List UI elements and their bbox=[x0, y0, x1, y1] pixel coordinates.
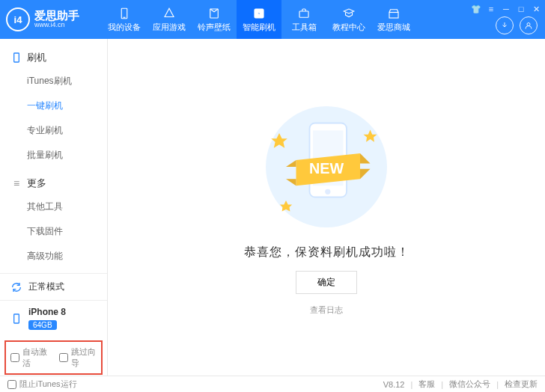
svg-point-6 bbox=[527, 23, 530, 26]
minimize-icon[interactable]: ─ bbox=[500, 3, 512, 15]
skip-wizard-checkbox[interactable]: 跳过向导 bbox=[59, 346, 97, 369]
tab-ringtone[interactable]: 铃声壁纸 bbox=[192, 0, 237, 39]
success-message: 恭喜您，保资料刷机成功啦！ bbox=[244, 245, 409, 260]
refresh-icon bbox=[10, 281, 22, 293]
tutorial-icon bbox=[342, 7, 356, 20]
tab-tutorial[interactable]: 教程中心 bbox=[326, 0, 371, 39]
side-head-more[interactable]: ≡ 更多 bbox=[0, 172, 107, 195]
side-item-other-tools[interactable]: 其他工具 bbox=[0, 195, 107, 219]
confirm-button[interactable]: 确定 bbox=[296, 271, 357, 294]
svg-rect-7 bbox=[14, 53, 19, 62]
app-header: i4 爱思助手 www.i4.cn 我的设备 应用游戏 铃声壁纸 智能刷机 工具… bbox=[0, 0, 545, 39]
device-name: iPhone 8 bbox=[28, 307, 66, 317]
tab-smart-flash[interactable]: 智能刷机 bbox=[237, 0, 281, 39]
logo-icon: i4 bbox=[6, 7, 30, 31]
brand-text: 爱思助手 www.i4.cn bbox=[34, 10, 79, 29]
tab-my-device[interactable]: 我的设备 bbox=[102, 0, 147, 39]
tab-apps[interactable]: 应用游戏 bbox=[147, 0, 192, 39]
tab-toolbox[interactable]: 工具箱 bbox=[281, 0, 326, 39]
sidebar: 刷机 iTunes刷机 一键刷机 专业刷机 批量刷机 ≡ 更多 其他工具 下载固… bbox=[0, 39, 108, 376]
options-highlight: 自动激活 跳过向导 bbox=[4, 340, 103, 375]
toolbox-icon bbox=[297, 7, 311, 20]
svg-rect-8 bbox=[14, 314, 19, 323]
side-item-onekey-flash[interactable]: 一键刷机 bbox=[0, 94, 107, 118]
apps-icon bbox=[162, 7, 176, 20]
brand-name-zh: 爱思助手 bbox=[34, 10, 79, 22]
storage-badge: 64GB bbox=[28, 320, 57, 330]
shirt-icon[interactable]: 👕 bbox=[470, 3, 482, 15]
logo-area: i4 爱思助手 www.i4.cn bbox=[6, 7, 102, 31]
success-illustration: NEW bbox=[259, 99, 394, 234]
maximize-icon[interactable]: □ bbox=[515, 3, 527, 15]
user-icon[interactable] bbox=[520, 16, 538, 34]
svg-point-15 bbox=[325, 189, 330, 194]
side-item-advanced[interactable]: 高级功能 bbox=[0, 244, 107, 269]
close-icon[interactable]: ✕ bbox=[530, 3, 542, 15]
phone-small-icon bbox=[10, 313, 22, 325]
side-item-pro-flash[interactable]: 专业刷机 bbox=[0, 118, 107, 143]
svg-rect-5 bbox=[389, 12, 398, 18]
device-icon bbox=[10, 52, 22, 64]
content-area: NEW 恭喜您，保资料刷机成功啦！ 确定 查看日志 bbox=[108, 39, 545, 376]
side-item-batch-flash[interactable]: 批量刷机 bbox=[0, 143, 107, 168]
more-icon: ≡ bbox=[10, 177, 22, 189]
mode-block[interactable]: 正常模式 bbox=[0, 273, 107, 300]
window-controls: 👕 ≡ ─ □ ✕ bbox=[470, 3, 542, 15]
svg-rect-4 bbox=[299, 11, 308, 17]
block-itunes-checkbox[interactable]: 阻止iTunes运行 bbox=[7, 379, 77, 390]
side-item-itunes-flash[interactable]: iTunes刷机 bbox=[0, 69, 107, 94]
tab-mall[interactable]: 爱思商城 bbox=[371, 0, 416, 39]
flash-icon bbox=[252, 7, 266, 20]
version-label: V8.12 bbox=[383, 380, 405, 389]
ringtone-icon bbox=[207, 7, 221, 20]
device-block[interactable]: iPhone 8 64GB bbox=[0, 300, 107, 337]
svg-text:NEW: NEW bbox=[309, 160, 344, 177]
download-icon[interactable] bbox=[496, 16, 514, 34]
side-head-flash[interactable]: 刷机 bbox=[0, 46, 107, 69]
menu-icon[interactable]: ≡ bbox=[485, 3, 497, 15]
phone-icon bbox=[118, 7, 131, 20]
footer: 阻止iTunes运行 V8.12 | 客服 | 微信公众号 | 检查更新 bbox=[0, 376, 545, 392]
main-tabs: 我的设备 应用游戏 铃声壁纸 智能刷机 工具箱 教程中心 爱思商城 bbox=[102, 0, 416, 39]
mall-icon bbox=[387, 7, 401, 20]
update-link[interactable]: 检查更新 bbox=[505, 379, 538, 390]
brand-name-en: www.i4.cn bbox=[34, 22, 79, 29]
side-item-download-firmware[interactable]: 下载固件 bbox=[0, 219, 107, 244]
view-log-link[interactable]: 查看日志 bbox=[310, 304, 343, 316]
wechat-link[interactable]: 微信公众号 bbox=[449, 379, 490, 390]
support-link[interactable]: 客服 bbox=[418, 379, 435, 390]
auto-activate-checkbox[interactable]: 自动激活 bbox=[10, 346, 49, 369]
